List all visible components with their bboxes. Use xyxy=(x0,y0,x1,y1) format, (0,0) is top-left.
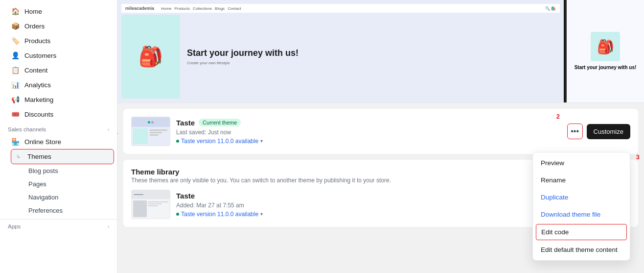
sidebar-sub-label: Blog posts xyxy=(28,167,58,174)
sidebar-item-label: Online Store xyxy=(24,138,61,146)
library-version-dot-icon xyxy=(176,213,179,216)
sidebar-item-home[interactable]: 🏠 Home xyxy=(3,4,114,19)
sidebar-item-marketing[interactable]: 📢 Marketing xyxy=(3,92,114,107)
preview-headline: Start your journey with us! xyxy=(187,48,556,59)
nav-products: Products xyxy=(174,6,190,11)
thumb-line-3 xyxy=(150,134,159,136)
sidebar-sub-label: Preferences xyxy=(28,207,63,214)
chevron-lib-version-icon: ▾ xyxy=(260,211,263,217)
sidebar-item-label: Home xyxy=(24,8,42,15)
store-icon: 🏪 xyxy=(11,138,20,146)
library-theme-info: Taste Added: Mar 27 at 7:55 am Taste ver… xyxy=(176,192,580,218)
preview-tagline: Create your own lifestyle xyxy=(187,61,556,65)
library-description: These themes are only visible to you. Yo… xyxy=(131,177,391,184)
thumb-line-1 xyxy=(150,129,167,131)
dropdown-download[interactable]: Download theme file xyxy=(533,206,630,223)
thumb-dot xyxy=(148,121,150,124)
sidebar-sub-blog-posts[interactable]: Blog posts xyxy=(3,164,114,177)
customers-icon: 👤 xyxy=(11,51,20,59)
nav-blogs: Blogs xyxy=(215,6,225,11)
discounts-icon: 🎟️ xyxy=(11,110,20,118)
library-theme-added: Added: Mar 27 at 7:55 am xyxy=(176,202,580,209)
sidebar-item-themes[interactable]: ↳ Themes xyxy=(11,149,114,164)
sidebar-sub-navigation[interactable]: Navigation xyxy=(3,191,114,204)
nav-contact: Contact xyxy=(228,6,241,11)
theme-mockup: mileacademia Home Products Collections B… xyxy=(117,0,644,102)
preview-left-panel: mileacademia Home Products Collections B… xyxy=(117,0,564,102)
dropdown-rename[interactable]: Rename xyxy=(533,172,630,189)
sidebar: 🏠 Home 📦 Orders 🏷️ Products 👤 Customers … xyxy=(0,0,117,273)
preview-nav: mileacademia Home Products Collections B… xyxy=(121,4,560,13)
marketing-icon: 📢 xyxy=(11,96,20,103)
apps-section: Apps › xyxy=(0,220,117,231)
lib-thumb-image xyxy=(133,200,147,217)
nav-icons: 🔍 🛍️ xyxy=(545,6,556,11)
sidebar-item-label: Marketing xyxy=(24,96,53,103)
preview-right-bag: 🎒 xyxy=(591,32,620,61)
preview-right-text: Start your journey with us! xyxy=(575,64,637,71)
sidebar-item-products[interactable]: 🏷️ Products xyxy=(3,33,114,48)
brand-name: mileacademia xyxy=(125,6,154,11)
theme-actions: 2 ••• Customize xyxy=(567,124,630,139)
sidebar-sub-label: Navigation xyxy=(28,194,58,201)
sidebar-item-analytics[interactable]: 📊 Analytics xyxy=(3,77,114,92)
sidebar-item-content[interactable]: 📋 Content xyxy=(3,63,114,77)
current-theme-badge: Current theme xyxy=(199,119,241,126)
sidebar-sub-preferences[interactable]: Preferences xyxy=(3,204,114,217)
version-dot-icon xyxy=(176,140,179,143)
chevron-apps-icon: › xyxy=(108,224,109,229)
indent-arrow-icon: ↳ xyxy=(16,153,21,160)
content-icon: 📋 xyxy=(11,66,20,74)
sidebar-sub-label: Pages xyxy=(28,180,46,188)
theme-saved-time: Last saved: Just now xyxy=(176,129,561,136)
orders-icon: 📦 xyxy=(11,22,20,30)
library-theme-name: Taste xyxy=(176,192,195,200)
library-theme-name-row: Taste xyxy=(176,192,580,200)
sidebar-item-customers[interactable]: 👤 Customers xyxy=(3,48,114,63)
thumb-col2 xyxy=(149,128,168,144)
sidebar-sub-pages[interactable]: Pages xyxy=(3,177,114,191)
nav-collections: Collections xyxy=(193,6,212,11)
sidebar-item-discounts[interactable]: 🎟️ Discounts xyxy=(3,107,114,122)
dropdown-menu: Preview Rename Duplicate Download theme … xyxy=(532,152,630,261)
current-theme-card: 1 Taste Current theme Last saved xyxy=(123,109,638,154)
dropdown-edit-default[interactable]: Edit default theme content xyxy=(533,241,630,258)
theme-name-row: Taste Current theme xyxy=(176,119,561,127)
sidebar-item-label: Customers xyxy=(24,52,56,59)
preview-bag-image: 🎒 xyxy=(121,15,180,99)
lib-line-3 xyxy=(148,205,158,206)
thumb-dot-2 xyxy=(151,121,154,124)
preview-text-block: Start your journey with us! Create your … xyxy=(183,15,560,99)
main-content: mileacademia Home Products Collections B… xyxy=(117,0,644,273)
more-options-button[interactable]: ••• xyxy=(567,124,583,139)
thumb-bottom xyxy=(132,127,170,146)
library-theme-version[interactable]: Taste version 11.0.0 available ▾ xyxy=(176,211,580,218)
sidebar-item-orders[interactable]: 📦 Orders xyxy=(3,19,114,33)
dropdown-preview[interactable]: Preview xyxy=(533,154,630,172)
theme-info: Taste Current theme Last saved: Just now… xyxy=(176,119,561,145)
step-2-label: 2 xyxy=(556,113,560,120)
dropdown-edit-code[interactable]: 3 Edit code xyxy=(536,224,627,240)
sidebar-item-online-store[interactable]: 🏪 Online Store xyxy=(3,134,114,149)
sidebar-item-label: Discounts xyxy=(24,111,53,118)
library-info-block: Theme library These themes are only visi… xyxy=(131,168,391,184)
theme-thumbnail xyxy=(131,117,170,146)
chevron-icon: › xyxy=(108,127,109,132)
sidebar-item-label: Themes xyxy=(27,153,51,160)
chevron-version-icon: ▾ xyxy=(260,138,263,144)
dropdown-duplicate[interactable]: Duplicate xyxy=(533,189,630,206)
lib-line-1 xyxy=(148,201,168,202)
sidebar-item-label: Orders xyxy=(24,23,45,30)
preview-content: 🎒 Start your journey with us! Create you… xyxy=(121,15,560,99)
theme-name: Taste xyxy=(176,119,195,127)
lib-thumb-top xyxy=(132,190,170,199)
theme-version[interactable]: Taste version 11.0.0 available ▾ xyxy=(176,138,561,145)
nav-home: Home xyxy=(161,6,171,11)
lib-thumb-body xyxy=(132,199,170,219)
thumb-line-2 xyxy=(150,132,162,133)
customize-button[interactable]: Customize xyxy=(587,124,630,139)
sidebar-item-label: Products xyxy=(24,37,50,45)
sidebar-item-label: Content xyxy=(24,67,47,74)
lib-line-2 xyxy=(148,203,162,204)
theme-preview-banner: mileacademia Home Products Collections B… xyxy=(117,0,644,103)
